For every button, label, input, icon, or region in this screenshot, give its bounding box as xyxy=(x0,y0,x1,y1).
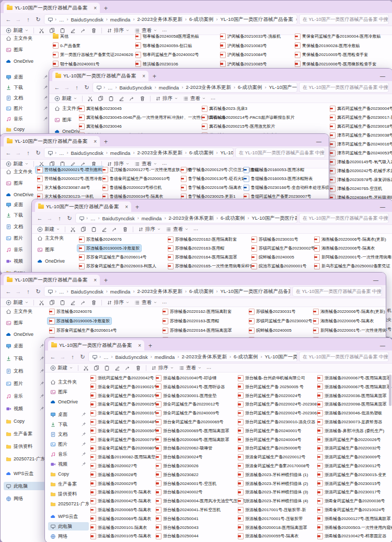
forward-button[interactable]: → xyxy=(14,288,22,295)
new-button[interactable]: 新建 xyxy=(54,95,77,102)
file-item[interactable]: 沪闵械备20210083号 xyxy=(220,42,267,49)
breadcrumb-ellipsis[interactable]: … xyxy=(58,150,65,156)
file-item[interactable]: 浙台械备20250044 xyxy=(156,533,199,539)
explorer-tab[interactable]: YL-10国产一类医疗器械产品备案× xyxy=(48,340,144,351)
file-item[interactable]: 浙台食药监械生产备20200065号 xyxy=(156,419,224,425)
file-item[interactable]: 0-产品备案 xyxy=(53,42,80,49)
file-item[interactable]: 湘衡械备20220006号-隔离衣(更新) xyxy=(313,308,385,315)
file-item[interactable]: 皖蚌械备20240005 xyxy=(249,327,292,334)
sidebar-item-主文件夹[interactable]: 主文件夹 xyxy=(4,34,51,42)
file-item[interactable]: 浙温药监械生产备20230017号 xyxy=(317,489,381,495)
breadcrumb[interactable]: ›…›BaiduSyncdisk›medlinda›2-2023业务体系更新›6… xyxy=(44,286,291,297)
sidebar-item-20250721-广东先[interactable]: 20250721-广东先 xyxy=(4,455,47,463)
explorer-window-6[interactable]: YL-10国产一类医疗器械产品备案×+—←→↑↻›…›BaiduSyncdisk… xyxy=(44,337,392,542)
cut-button[interactable] xyxy=(87,96,93,101)
file-item[interactable]: 黄保械备20210006号-医用橡胶检查手套 xyxy=(295,61,376,67)
sidebar-item-下载[interactable]: 下载 xyxy=(48,420,89,428)
sidebar-item-文档[interactable]: 文档 xyxy=(48,430,89,438)
file-item[interactable]: 鲁德械备20200023号移位机 xyxy=(102,184,162,191)
new-button[interactable]: 新建 xyxy=(37,226,60,233)
file-item[interactable]: 津械备20200145号-氧气吸入器 xyxy=(330,159,392,165)
file-item[interactable]: 浙台械备20200066号-医用隔离眼罩 xyxy=(156,436,229,443)
breadcrumb-item[interactable]: BaiduSyncdisk xyxy=(101,216,136,221)
explorer-tab[interactable]: YL-10国产一类医疗器械产品备案× xyxy=(4,136,100,146)
delete-button[interactable] xyxy=(91,161,97,167)
breadcrumb-ellipsis[interactable]: … xyxy=(58,289,65,295)
file-item[interactable]: 沪闵械备20210033号-洗板机 xyxy=(220,33,281,40)
sidebar-item-20250721-广东先[interactable]: 20250721-广东先 xyxy=(48,500,89,508)
breadcrumb-ellipsis[interactable]: … xyxy=(107,85,114,91)
file-item[interactable]: 湘衡械备20220006号-隔离衣 xyxy=(313,318,374,324)
breadcrumb[interactable]: ›…›BaiduSyncdisk›medlinda›2-2023业务体系更新›6… xyxy=(93,82,297,93)
sort-button[interactable]: 排序 xyxy=(107,27,130,34)
sidebar-item-提供资料[interactable]: 提供资料 xyxy=(48,490,89,498)
breadcrumb-item[interactable]: medlinda xyxy=(109,17,132,22)
file-item[interactable]: 浙嘉械备20200101-隔离衣 xyxy=(90,524,147,531)
refresh-button[interactable]: ↻ xyxy=(78,354,87,360)
breadcrumb-item[interactable]: 2-2023业务体系更新 xyxy=(136,288,183,295)
file-item[interactable]: 浙温械备2023-牙科种植扫描体 (2) xyxy=(238,480,308,487)
paste-button[interactable] xyxy=(60,28,65,33)
file-item[interactable]: 浙温药监械生产备20230012号 xyxy=(317,462,381,469)
sidebar-item-OneDrive[interactable]: OneDrive xyxy=(35,257,71,265)
search-input[interactable]: 在 YL-10国产一类医疗器械产品备案 中搜索 xyxy=(235,148,325,158)
file-item[interactable]: 浙嘉械备20200069号-隔离衣 xyxy=(90,515,151,522)
rename-button[interactable] xyxy=(119,96,124,101)
tab-close-icon[interactable]: × xyxy=(125,204,128,210)
back-button[interactable]: ← xyxy=(4,150,13,156)
file-item[interactable]: 苏徐械备20220165-一次性使用病毒采样管 xyxy=(168,263,253,269)
new-button[interactable]: 新建 xyxy=(6,161,29,167)
file-item[interactable]: 鲁德食药监械生产备20200010号 xyxy=(102,175,170,182)
refresh-button[interactable]: ↻ xyxy=(34,288,42,295)
file-item[interactable]: 浙嘉械备20200027号 xyxy=(90,462,137,469)
breadcrumb-item[interactable]: BaiduSyncdisk xyxy=(70,17,105,22)
file-item[interactable]: 苏苏食药监械生产备20206014号 xyxy=(49,327,117,334)
sidebar-item-图库[interactable]: 图库 xyxy=(4,319,47,327)
up-button[interactable]: ↑ xyxy=(24,150,32,156)
file-item[interactable]: 浙温械备20170001号-压敏胶带 xyxy=(238,515,303,522)
sidebar-item-此电脑[interactable]: 此电脑 xyxy=(48,522,89,530)
share-button[interactable] xyxy=(125,365,131,371)
breadcrumb-item[interactable]: YL-10国产一类医疗器械产品备案 xyxy=(219,16,294,23)
breadcrumb-item[interactable]: medlinda xyxy=(109,150,132,156)
sort-button[interactable]: 排序 xyxy=(138,226,161,233)
up-button[interactable]: ↑ xyxy=(73,84,81,91)
cut-button[interactable] xyxy=(39,161,44,167)
breadcrumb[interactable]: ›…›BaiduSyncdisk›medlinda›2-2023业务体系更新›6… xyxy=(44,148,234,158)
file-item[interactable]: 晋锦械备20200021号-喷剂敷料 xyxy=(36,166,103,173)
file-item[interactable]: 浙台械备20250041 xyxy=(156,515,199,522)
rename-button[interactable] xyxy=(101,227,107,232)
file-item[interactable]: 浙温械备2023-牙科种植扫描体 (4) xyxy=(238,498,308,504)
file-item[interactable]: 浙杭药监械生产备20220042号 xyxy=(90,375,154,381)
view-button[interactable]: 查看 xyxy=(134,299,157,306)
sort-button[interactable]: 排序 xyxy=(151,365,174,371)
sidebar-item-主文件夹[interactable]: 主文件夹 xyxy=(4,307,47,315)
sidebar-item-OneDrive[interactable]: OneDrive xyxy=(4,57,51,65)
sidebar-item-主文件夹[interactable]: 主文件夹 xyxy=(52,104,80,112)
sidebar-item-WPS云盘[interactable]: WPS云盘 xyxy=(48,512,89,521)
file-item[interactable]: 浙台药监械生产备20240001号 xyxy=(238,427,302,434)
paste-button[interactable] xyxy=(104,365,110,371)
rename-button[interactable] xyxy=(114,365,120,371)
file-item[interactable]: 浙温械备20220098-医用隔离面罩 xyxy=(317,401,386,408)
file-item[interactable]: 鄂孝械备20240058医用退热贴 xyxy=(135,33,199,40)
explorer-tab[interactable]: YL-10国产一类医疗器械产品备案× xyxy=(35,201,131,212)
file-item[interactable]: 浙甬食药监械生产备20200036号 xyxy=(317,498,385,504)
file-item[interactable]: 浙台药监械生产备20240004号 xyxy=(238,436,302,443)
sidebar-item-桌面[interactable]: 桌面 xyxy=(48,410,89,419)
file-item[interactable]: 黄保械备20190028-医用冷敷贴 xyxy=(295,42,360,49)
file-item[interactable]: 浙温药监械生产备20220026号 xyxy=(317,436,381,443)
file-item[interactable]: 浙温械备2023-牙科种植扫描体 (3) xyxy=(238,489,308,495)
search-input[interactable]: 在 YL-10国产一类医疗器械产品备案 中搜索 xyxy=(299,213,389,223)
sidebar-item-视频[interactable]: 视频 xyxy=(48,460,89,468)
new-tab-button[interactable]: + xyxy=(135,202,139,212)
refresh-button[interactable]: ↻ xyxy=(65,215,74,222)
file-item[interactable]: 津市药监械生产备20240053号 xyxy=(330,150,392,156)
paste-button[interactable] xyxy=(91,227,97,232)
sidebar-item-图库[interactable]: 图库 xyxy=(52,116,80,124)
breadcrumb-item[interactable]: YL-10国产一类医疗器械产品备案 xyxy=(219,288,291,295)
file-item[interactable]: 浙嘉械备20200031号-隔离衣 xyxy=(90,489,151,495)
file-item[interactable]: 皖池市监械备20200001号 xyxy=(251,263,307,269)
minimize-button[interactable]: — xyxy=(376,202,389,212)
more-button[interactable]: ⋯ xyxy=(162,28,167,33)
